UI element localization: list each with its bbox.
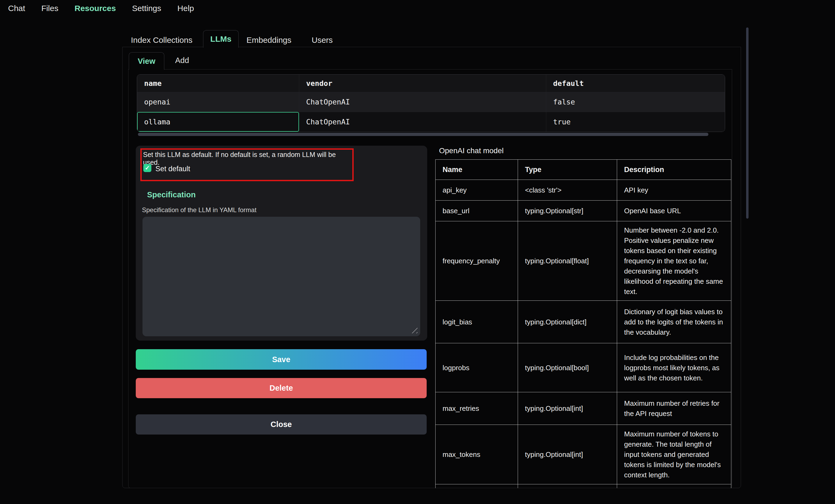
doc-cell-name: api_key [435, 180, 518, 201]
doc-header-type: Type [518, 160, 617, 180]
doc-cell-name: max_retries [435, 392, 518, 425]
selected-cell-ring [137, 112, 299, 132]
llm-cell-name[interactable]: ollama [137, 112, 299, 132]
nav-item-files[interactable]: Files [41, 4, 58, 13]
llm-cell-vendor[interactable]: ChatOpenAI [299, 112, 546, 132]
llm-table-header-default: default [546, 75, 725, 92]
subtab-view-label: View [138, 57, 156, 66]
doc-row-api_key: api_key<class 'str'>API key [435, 180, 731, 201]
doc-row-max_tokens: max_tokenstyping.Optional[int]Maximum nu… [435, 425, 731, 484]
doc-cell-description: Dictionary of logit bias values to add t… [617, 301, 731, 343]
llm-table-header-name: name [137, 75, 299, 92]
llm-table-row-openai[interactable]: openaiChatOpenAIfalse [137, 92, 725, 112]
doc-row-logprobs: logprobstyping.Optional[bool]Include log… [435, 343, 731, 392]
doc-table-header-row: NameTypeDescription [435, 160, 731, 180]
top-nav: ChatFilesResourcesSettingsHelp [8, 0, 194, 17]
doc-cell-type: typing.Optional[str] [518, 201, 617, 221]
doc-cell-type: <class 'str'> [518, 180, 617, 201]
nav-item-resources[interactable]: Resources [75, 4, 116, 13]
doc-cell-description: Maximum number of retries for the API re… [617, 392, 731, 425]
doc-cell-name: logit_bias [435, 301, 518, 343]
tab-users[interactable]: Users [312, 36, 333, 45]
doc-cell-description: Maximum number of tokens to generate. Th… [617, 425, 731, 484]
tab-index-collections[interactable]: Index Collections [131, 36, 192, 45]
tab-llms[interactable]: LLMs [203, 30, 239, 48]
doc-cell-description: API key [617, 180, 731, 201]
app-root: ChatFilesResourcesSettingsHelp Index Col… [0, 0, 835, 504]
save-button[interactable]: Save [136, 349, 427, 370]
model-doc-title: OpenAI chat model [439, 146, 504, 155]
doc-cell-type: typing.Optional[dict] [518, 301, 617, 343]
llm-table-header-vendor: vendor [299, 75, 546, 92]
doc-cell-name: max_tokens [435, 425, 518, 484]
doc-cell-type: typing.Optional[bool] [518, 343, 617, 392]
doc-header-name: Name [435, 160, 518, 180]
doc-row-logit_bias: logit_biastyping.Optional[dict]Dictionar… [435, 301, 731, 343]
doc-cell-type: typing.Optional[int] [518, 425, 617, 484]
doc-row-frequency_penalty: frequency_penaltytyping.Optional[float]N… [435, 221, 731, 301]
doc-cell-type: typing.Optional[int] [518, 392, 617, 425]
doc-row-base_url: base_urltyping.Optional[str]OpenAI base … [435, 201, 731, 221]
model-doc-table: NameTypeDescription api_key<class 'str'>… [435, 160, 731, 488]
vertical-scrollbar[interactable] [746, 27, 749, 218]
close-button[interactable]: Close [136, 414, 427, 435]
specification-description: Specification of the LLM in YAML format [142, 206, 257, 214]
doc-cell-name: frequency_penalty [435, 221, 518, 301]
llm-list-table: namevendordefault openaiChatOpenAIfalseo… [137, 75, 725, 132]
llm-table-header-row: namevendordefault [137, 75, 725, 92]
doc-cell-empty [617, 484, 731, 488]
tab-embeddings[interactable]: Embeddings [246, 36, 291, 45]
subtab-add[interactable]: Add [170, 52, 194, 68]
doc-cell-name: base_url [435, 201, 518, 221]
doc-header-description: Description [617, 160, 731, 180]
doc-cell-description: Number between -2.0 and 2.0. Positive va… [617, 221, 731, 301]
doc-cell-empty [518, 484, 617, 488]
doc-cell-type: typing.Optional[float] [518, 221, 617, 301]
doc-cell-description: Include log probabilities on the logprob… [617, 343, 731, 392]
subtab-add-label: Add [175, 56, 189, 65]
subtab-view[interactable]: View [129, 52, 164, 70]
doc-row-partial [435, 484, 731, 488]
spec-yaml-textarea[interactable] [142, 217, 420, 336]
llm-cell-name[interactable]: openai [137, 92, 299, 112]
nav-item-chat[interactable]: Chat [8, 4, 25, 13]
doc-row-max_retries: max_retriestyping.Optional[int]Maximum n… [435, 392, 731, 425]
llm-cell-default[interactable]: true [546, 112, 725, 132]
nav-item-help[interactable]: Help [178, 4, 194, 13]
llm-list-table-container: namevendordefault openaiChatOpenAIfalseo… [137, 74, 725, 132]
nav-item-settings[interactable]: Settings [132, 4, 161, 13]
horizontal-scrollbar[interactable] [138, 133, 708, 136]
llm-cell-default[interactable]: false [546, 92, 725, 112]
llm-cell-vendor[interactable]: ChatOpenAI [299, 92, 546, 112]
annotation-red-box [140, 148, 354, 181]
model-doc-table-container: NameTypeDescription api_key<class 'str'>… [435, 160, 732, 488]
llm-table-row-ollama[interactable]: ollamaChatOpenAItrue [137, 112, 725, 132]
specification-heading: Specification [147, 190, 196, 199]
tab-llms-label: LLMs [210, 35, 231, 44]
doc-cell-description: OpenAI base URL [617, 201, 731, 221]
doc-cell-empty [435, 484, 518, 488]
doc-cell-name: logprobs [435, 343, 518, 392]
delete-button[interactable]: Delete [136, 378, 427, 398]
